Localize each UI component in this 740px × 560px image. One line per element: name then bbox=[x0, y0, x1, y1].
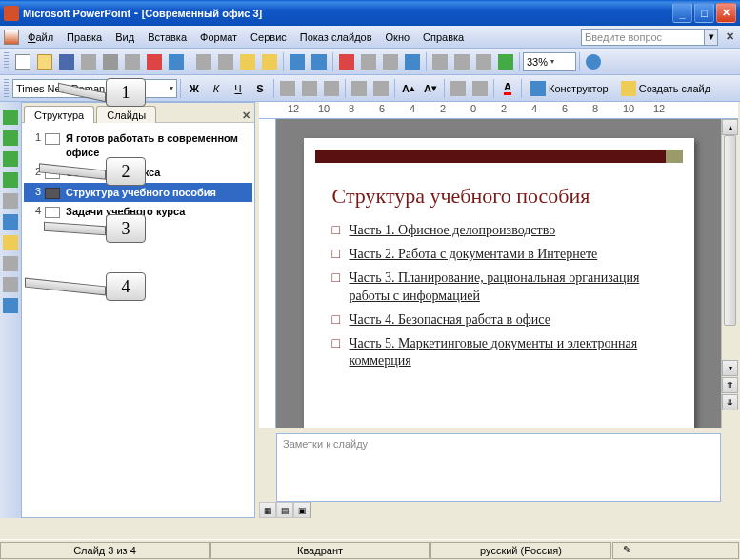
slide-number: 3 bbox=[26, 186, 41, 197]
expand-all-icon[interactable] bbox=[3, 256, 18, 271]
tab-slides[interactable]: Слайды bbox=[96, 106, 156, 123]
italic-button[interactable]: К bbox=[206, 78, 227, 99]
slide[interactable]: Структура учебного пособия Часть 1. Офис… bbox=[304, 138, 694, 428]
hyperlink-button[interactable] bbox=[402, 51, 423, 72]
chart-button[interactable] bbox=[336, 51, 357, 72]
move-down-icon[interactable] bbox=[3, 172, 18, 188]
preview-button[interactable] bbox=[122, 51, 143, 72]
menu-help[interactable]: Справка bbox=[416, 30, 470, 45]
toolbar-grip[interactable] bbox=[4, 79, 9, 98]
bullet-item[interactable]: Часть 4. Безопасная работа в офисе bbox=[332, 311, 666, 329]
menu-window[interactable]: Окно bbox=[379, 30, 417, 45]
bullet-item[interactable]: Часть 5. Маркетинговые документы и элект… bbox=[332, 335, 666, 370]
bullet-item[interactable]: Часть 1. Офисное делопроизводство bbox=[332, 222, 666, 239]
scroll-up-button[interactable]: ▴ bbox=[722, 119, 738, 135]
close-panel-button[interactable]: ✕ bbox=[242, 110, 250, 122]
align-right-button[interactable] bbox=[321, 78, 342, 99]
slide-title-text: Структура учебного пособия bbox=[66, 186, 250, 200]
callout-3: 3 bbox=[106, 214, 146, 243]
promote-icon[interactable] bbox=[3, 110, 18, 125]
status-language[interactable]: русский (Россия) bbox=[430, 542, 611, 559]
expand-icon[interactable] bbox=[3, 214, 18, 230]
save-button[interactable] bbox=[56, 51, 77, 72]
document-icon[interactable] bbox=[4, 30, 19, 45]
expand-button[interactable] bbox=[430, 51, 450, 72]
scroll-thumb[interactable] bbox=[724, 135, 736, 326]
window-title: Microsoft PowerPoint - [Современный офис… bbox=[23, 6, 672, 20]
minimize-button[interactable]: _ bbox=[672, 3, 692, 23]
permission-button[interactable] bbox=[78, 51, 99, 72]
slide-title[interactable]: Структура учебного пособия bbox=[332, 184, 666, 209]
format-painter-button[interactable] bbox=[259, 51, 280, 72]
callout-4: 4 bbox=[106, 272, 146, 301]
slide-canvas[interactable]: Структура учебного пособия Часть 1. Офис… bbox=[276, 119, 721, 428]
bullets-button[interactable] bbox=[370, 78, 391, 99]
research-button[interactable] bbox=[166, 51, 187, 72]
font-color-button[interactable]: A bbox=[497, 78, 518, 99]
help-search-dropdown[interactable]: ▾ bbox=[705, 29, 718, 46]
mdi-close-button[interactable]: ✕ bbox=[723, 30, 736, 44]
maximize-button[interactable]: □ bbox=[694, 3, 714, 23]
redo-button[interactable] bbox=[309, 51, 330, 72]
toolbar-grip[interactable] bbox=[4, 52, 9, 71]
increase-indent-button[interactable] bbox=[470, 78, 490, 99]
increase-font-button[interactable]: A▴ bbox=[398, 78, 419, 99]
decrease-indent-button[interactable] bbox=[448, 78, 469, 99]
menu-slideshow[interactable]: Показ слайдов bbox=[293, 30, 379, 45]
print-button[interactable] bbox=[100, 51, 121, 72]
horizontal-ruler: 12 10 8 6 4 2 0 2 4 6 8 10 12 bbox=[259, 102, 738, 119]
menu-insert[interactable]: Вставка bbox=[141, 30, 193, 45]
bullet-item[interactable]: Часть 2. Работа с документами в Интернет… bbox=[332, 246, 666, 263]
open-button[interactable] bbox=[34, 51, 55, 72]
color-button[interactable] bbox=[495, 51, 516, 72]
numbering-button[interactable] bbox=[349, 78, 370, 99]
normal-view-button[interactable]: ▦ bbox=[259, 502, 276, 518]
menu-view[interactable]: Вид bbox=[109, 30, 141, 45]
notes-pane[interactable]: Заметки к слайду bbox=[276, 433, 721, 502]
next-slide-button[interactable]: ⇊ bbox=[722, 394, 738, 410]
grid-button[interactable] bbox=[473, 51, 494, 72]
collapse-icon[interactable] bbox=[3, 193, 18, 209]
menu-format[interactable]: Формат bbox=[193, 30, 244, 45]
align-left-button[interactable] bbox=[277, 78, 298, 99]
undo-button[interactable] bbox=[287, 51, 308, 72]
underline-button[interactable]: Ч bbox=[228, 78, 249, 99]
help-button[interactable] bbox=[583, 51, 604, 72]
demote-icon[interactable] bbox=[3, 130, 18, 146]
status-spell-icon[interactable]: ✎ bbox=[612, 542, 739, 559]
show-formatting-icon[interactable] bbox=[3, 298, 18, 313]
prev-slide-button[interactable]: ⇈ bbox=[722, 377, 738, 393]
tables-borders-button[interactable] bbox=[380, 51, 401, 72]
summary-slide-icon[interactable] bbox=[3, 277, 18, 292]
menu-service[interactable]: Сервис bbox=[244, 30, 293, 45]
align-center-button[interactable] bbox=[299, 78, 320, 99]
new-button[interactable] bbox=[12, 51, 33, 72]
decrease-font-button[interactable]: A▾ bbox=[420, 78, 441, 99]
menu-file[interactable]: Файл bbox=[21, 30, 60, 45]
menubar: Файл Правка Вид Вставка Формат Сервис По… bbox=[0, 26, 740, 49]
scroll-down-button[interactable]: ▾ bbox=[722, 360, 738, 376]
slideshow-view-button[interactable]: ▣ bbox=[293, 502, 310, 518]
table-button[interactable] bbox=[358, 51, 379, 72]
close-button[interactable]: ✕ bbox=[716, 3, 736, 23]
spelling-button[interactable] bbox=[144, 51, 165, 72]
tab-structure[interactable]: Структура bbox=[24, 106, 94, 123]
slide-bullets[interactable]: Часть 1. Офисное делопроизводство Часть … bbox=[332, 222, 666, 370]
shadow-button[interactable]: S bbox=[250, 78, 270, 99]
cut-button[interactable] bbox=[193, 51, 214, 72]
paste-button[interactable] bbox=[237, 51, 258, 72]
help-search-input[interactable]: Введите вопрос bbox=[581, 29, 705, 46]
bullet-item[interactable]: Часть 3. Планирование, рациональная орга… bbox=[332, 270, 666, 304]
new-slide-button[interactable]: Создать слайд bbox=[615, 78, 716, 99]
bold-button[interactable]: Ж bbox=[184, 78, 205, 99]
copy-button[interactable] bbox=[215, 51, 236, 72]
collapse-all-icon[interactable] bbox=[3, 235, 18, 250]
sorter-view-button[interactable]: ▤ bbox=[276, 502, 293, 518]
menu-edit[interactable]: Правка bbox=[60, 30, 109, 45]
move-up-icon[interactable] bbox=[3, 151, 18, 167]
design-button[interactable]: Конструктор bbox=[525, 78, 614, 99]
vertical-scrollbar[interactable]: ▴ ▾ ⇈ ⇊ bbox=[721, 119, 738, 428]
slide-number: 4 bbox=[26, 205, 41, 216]
show-formatting-button[interactable] bbox=[451, 51, 472, 72]
zoom-dropdown[interactable]: 33%▾ bbox=[523, 52, 576, 71]
